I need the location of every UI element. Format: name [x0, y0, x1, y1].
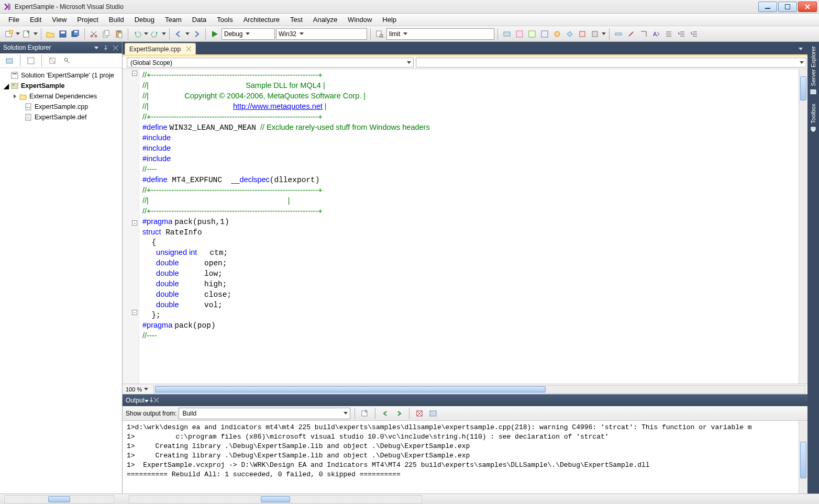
save-all-icon[interactable] — [70, 28, 81, 40]
output-dropdown-icon[interactable] — [145, 397, 149, 404]
se-properties-icon[interactable] — [61, 55, 73, 66]
bottom-scroll-left[interactable] — [4, 495, 114, 503]
save-icon[interactable] — [57, 28, 69, 40]
menu-build[interactable]: Build — [104, 15, 129, 25]
output-goto-icon[interactable] — [359, 408, 371, 419]
output-clear-icon[interactable] — [414, 408, 425, 419]
toolbar-icon-h-drop[interactable] — [602, 32, 606, 35]
fold-icon[interactable]: − — [132, 310, 137, 315]
editor-hscrollbar[interactable] — [153, 385, 805, 394]
toolbar-icon-m[interactable] — [663, 28, 674, 40]
menu-debug[interactable]: Debug — [129, 15, 160, 25]
toolbox-tab[interactable]: Toolbox — [810, 99, 817, 137]
toolbar-icon-f[interactable] — [564, 28, 575, 40]
tree-external-deps[interactable]: External Dependencies — [0, 91, 122, 102]
output-source-combo[interactable]: Build — [179, 408, 350, 419]
svg-rect-33 — [13, 73, 17, 74]
fold-icon[interactable]: − — [132, 71, 137, 76]
undo-drop-icon[interactable] — [144, 32, 148, 35]
toolbar-icon-o[interactable] — [688, 28, 700, 40]
se-home-icon[interactable] — [3, 55, 16, 66]
fold-icon[interactable]: − — [132, 220, 137, 226]
new-project-icon[interactable] — [3, 28, 15, 40]
output-prev-icon[interactable] — [380, 408, 391, 419]
menu-edit[interactable]: Edit — [25, 15, 47, 25]
cut-icon[interactable] — [88, 28, 99, 40]
se-refresh-icon[interactable] — [25, 55, 37, 66]
undo-icon[interactable] — [131, 28, 143, 40]
nav-back-drop-icon[interactable] — [185, 32, 190, 35]
new-project-drop-icon[interactable] — [16, 32, 20, 35]
maximize-button[interactable] — [778, 2, 797, 12]
zoom-combo[interactable]: 100 % — [123, 386, 151, 393]
menu-help[interactable]: Help — [377, 15, 402, 25]
expander-icon[interactable]: ◢ — [3, 82, 9, 90]
menu-analyze[interactable]: Analyze — [308, 15, 342, 25]
expander-icon[interactable] — [12, 94, 18, 98]
find-combo[interactable]: limit — [386, 28, 494, 40]
toolbar-icon-c[interactable] — [526, 28, 538, 40]
redo-drop-icon[interactable] — [162, 32, 166, 35]
add-item-icon[interactable] — [21, 28, 32, 40]
server-explorer-tab[interactable]: Server Explorer — [810, 42, 817, 99]
toolbar-icon-e[interactable] — [551, 28, 563, 40]
menu-data[interactable]: Data — [187, 15, 212, 25]
editor-vscrollbar[interactable] — [799, 69, 807, 384]
solution-tree[interactable]: Solution 'ExpertSample' (1 proje ◢ Exper… — [0, 68, 122, 494]
toolbar-icon-n[interactable] — [676, 28, 687, 40]
solution-config-combo[interactable]: Debug — [222, 28, 275, 40]
copy-icon[interactable] — [101, 28, 112, 40]
panel-dropdown-icon[interactable] — [93, 44, 100, 51]
toolbar-icon-j[interactable] — [625, 28, 637, 40]
document-tab-active[interactable]: ExpertSample.cpp — [125, 43, 196, 54]
close-button[interactable] — [798, 2, 817, 12]
navigate-fwd-icon[interactable] — [191, 28, 202, 40]
find-in-files-icon[interactable] — [374, 28, 385, 40]
menu-file[interactable]: File — [3, 15, 25, 25]
solution-platform-combo[interactable]: Win32 — [276, 28, 367, 40]
menu-view[interactable]: View — [47, 15, 72, 25]
start-debug-icon[interactable] — [209, 28, 220, 40]
toolbar-icon-k[interactable] — [638, 28, 649, 40]
toolbar-icon-i[interactable] — [613, 28, 624, 40]
open-file-icon[interactable] — [45, 28, 56, 40]
tree-project-node[interactable]: ◢ ExpertSample — [0, 81, 122, 91]
tab-close-icon[interactable] — [185, 46, 192, 53]
menu-team[interactable]: Team — [160, 15, 187, 25]
output-next-icon[interactable] — [393, 408, 405, 419]
add-item-drop-icon[interactable] — [34, 32, 38, 35]
output-close-icon[interactable] — [154, 397, 159, 404]
scope-combo-left[interactable]: (Global Scope) — [127, 58, 414, 68]
toolbar-icon-b[interactable] — [514, 28, 525, 40]
redo-icon[interactable] — [149, 28, 161, 40]
paste-icon[interactable] — [113, 28, 125, 40]
editor-gutter[interactable]: − − − — [123, 69, 139, 384]
menu-window[interactable]: Window — [342, 15, 377, 25]
scope-combo-right[interactable] — [416, 58, 806, 68]
tree-file-cpp[interactable]: ++ ExpertSample.cpp — [0, 102, 122, 112]
output-wrap-icon[interactable] — [427, 408, 439, 419]
output-pin-icon[interactable] — [149, 397, 154, 404]
output-text[interactable]: 1>d:\wrk\design ea and indicators mt4\mt… — [123, 421, 799, 494]
menu-project[interactable]: Project — [72, 15, 103, 25]
panel-close-icon[interactable] — [112, 44, 119, 51]
se-showall-icon[interactable] — [46, 55, 59, 66]
output-vscrollbar[interactable] — [799, 421, 807, 494]
svg-rect-42 — [811, 89, 816, 94]
menu-architecture[interactable]: Architecture — [238, 15, 285, 25]
tabwell-dropdown-icon[interactable] — [797, 45, 804, 52]
toolbar-icon-d[interactable] — [539, 28, 550, 40]
menu-tools[interactable]: Tools — [212, 15, 238, 25]
toolbar-icon-g[interactable] — [577, 28, 588, 40]
panel-pin-icon[interactable] — [102, 44, 109, 51]
tree-file-def[interactable]: ExpertSample.def — [0, 112, 122, 122]
navigate-back-icon[interactable] — [173, 28, 184, 40]
toolbar-icon-h[interactable] — [589, 28, 601, 40]
bottom-scroll-right[interactable] — [129, 495, 422, 503]
menu-test[interactable]: Test — [285, 15, 308, 25]
code-editor[interactable]: //+-------------------------------------… — [139, 69, 799, 384]
minimize-button[interactable] — [758, 2, 777, 12]
tree-solution-node[interactable]: Solution 'ExpertSample' (1 proje — [0, 70, 122, 81]
toolbar-icon-a[interactable] — [501, 28, 513, 40]
toolbar-icon-l[interactable]: A — [650, 28, 662, 40]
